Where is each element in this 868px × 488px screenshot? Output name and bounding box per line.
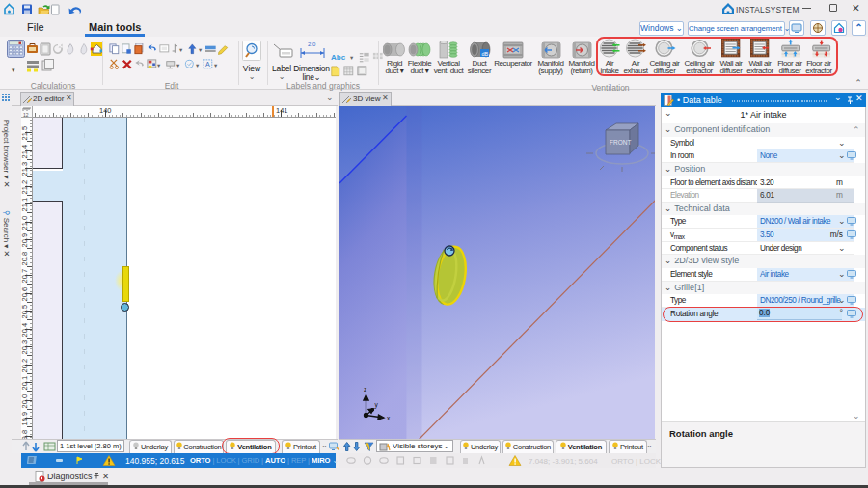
svg-text:FRONT: FRONT [610, 139, 631, 146]
svg-text:dB: dB [482, 51, 489, 57]
svg-text:12: 12 [23, 112, 29, 118]
svg-text:2.0: 2.0 [308, 41, 316, 47]
svg-text:A: A [205, 61, 210, 68]
svg-text:z: z [364, 386, 366, 393]
